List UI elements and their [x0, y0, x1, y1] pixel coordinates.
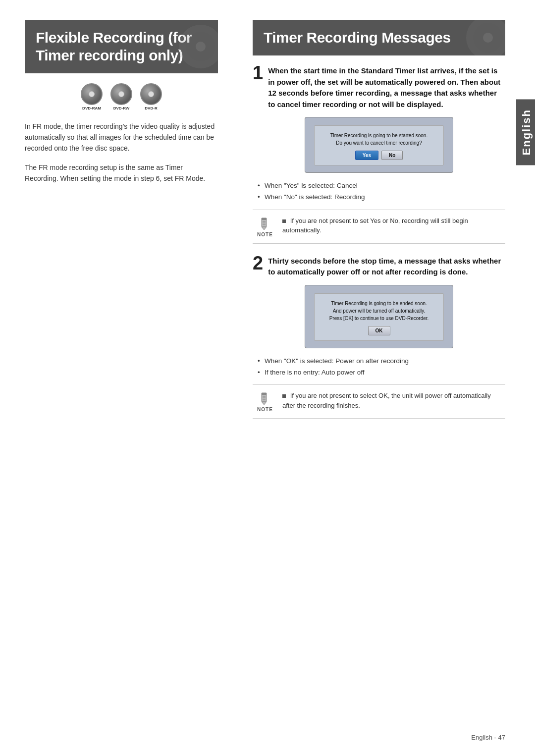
- step-2-dialog-text: Timer Recording is going to be ended soo…: [321, 300, 436, 322]
- step-2-number: 2: [253, 254, 263, 272]
- step-1-dialog: Timer Recording is going to be started s…: [305, 117, 453, 173]
- right-section-header: Timer Recording Messages: [253, 20, 505, 55]
- step-2-bullet-2: If there is no entry: Auto power off: [258, 368, 505, 378]
- dvd-ram-icon: DVD-RAM: [79, 83, 105, 111]
- step-2-note-text: If you are not present to select OK, the…: [282, 391, 505, 410]
- step-1-bullet-1: When "Yes" is selected: Cancel: [258, 181, 505, 191]
- left-column: Flexible Recording (for Timer recording …: [0, 20, 238, 431]
- dvd-r-icon: DVD-R: [138, 83, 164, 111]
- svg-rect-14: [262, 393, 267, 395]
- step-2-bullets: When "OK" is selected: Power on after re…: [258, 356, 505, 378]
- square-bullet-1: [282, 219, 286, 223]
- svg-marker-13: [262, 402, 267, 405]
- dvd-rw-icon: DVD-RW: [108, 83, 134, 111]
- step-1-note: NOTE If you are not present to set Yes o…: [253, 210, 505, 244]
- step-1-note-text: If you are not present to set Yes or No,…: [282, 216, 505, 235]
- left-para-2: The FR mode recording setup is the same …: [25, 162, 218, 184]
- english-tab: English: [516, 99, 535, 165]
- step-2-dialog-buttons: OK: [321, 326, 436, 335]
- step-2-text: Thirty seconds before the stop time, a m…: [268, 256, 505, 278]
- right-title: Timer Recording Messages: [264, 29, 494, 47]
- svg-point-5: [483, 33, 493, 43]
- step-1-number: 1: [253, 63, 263, 82]
- step-2-ok-btn[interactable]: OK: [368, 326, 390, 335]
- step-1-bullet-2: When "No" is selected: Recording: [258, 192, 505, 202]
- step-2-note-icon-area: NOTE: [253, 391, 277, 412]
- disc-decoration-left: [178, 24, 218, 69]
- step-2-note: NOTE If you are not present to select OK…: [253, 384, 505, 419]
- step-1-dialog-text: Timer Recording is going to be started s…: [321, 132, 436, 147]
- square-bullet-2: [282, 394, 286, 398]
- step-1-yes-btn[interactable]: Yes: [355, 151, 378, 160]
- left-section-header: Flexible Recording (for Timer recording …: [25, 20, 218, 73]
- page: English Flexible Recording (for Timer re…: [0, 0, 535, 756]
- left-body: In FR mode, the timer recording's the vi…: [25, 121, 218, 184]
- step-1-dialog-inner: Timer Recording is going to be started s…: [314, 125, 444, 165]
- step-1-text: When the start time in the Standard Time…: [268, 65, 505, 110]
- page-footer: English - 47: [471, 734, 505, 741]
- step-2-bullet-1: When "OK" is selected: Power on after re…: [258, 356, 505, 366]
- step-1-bullets: When "Yes" is selected: Cancel When "No"…: [258, 181, 505, 203]
- step-1-dialog-buttons: Yes No: [321, 151, 436, 160]
- svg-marker-7: [262, 227, 267, 230]
- disc-decoration-right: [466, 20, 505, 55]
- step-1-note-icon-area: NOTE: [253, 216, 277, 237]
- note-label-1: NOTE: [257, 232, 273, 237]
- step-1-header: 1 When the start time in the Standard Ti…: [253, 65, 505, 110]
- step-2-dialog-inner: Timer Recording is going to be ended soo…: [314, 293, 444, 341]
- step-2-block: 2 Thirty seconds before the stop time, a…: [253, 256, 505, 419]
- note-pencil-icon-1: [258, 216, 272, 231]
- right-column: Timer Recording Messages 1 When the star…: [238, 20, 535, 431]
- step-1-no-btn[interactable]: No: [381, 151, 403, 160]
- note-pencil-icon-2: [258, 391, 272, 406]
- svg-point-2: [196, 42, 206, 52]
- step-1-block: 1 When the start time in the Standard Ti…: [253, 65, 505, 244]
- left-para-1: In FR mode, the timer recording's the vi…: [25, 121, 218, 154]
- step-2-header: 2 Thirty seconds before the stop time, a…: [253, 256, 505, 278]
- note-label-2: NOTE: [257, 407, 273, 412]
- step-2-dialog: Timer Recording is going to be ended soo…: [305, 285, 453, 348]
- svg-rect-8: [262, 218, 267, 220]
- dvd-icons-row: DVD-RAM DVD-RW DVD-R: [25, 83, 218, 111]
